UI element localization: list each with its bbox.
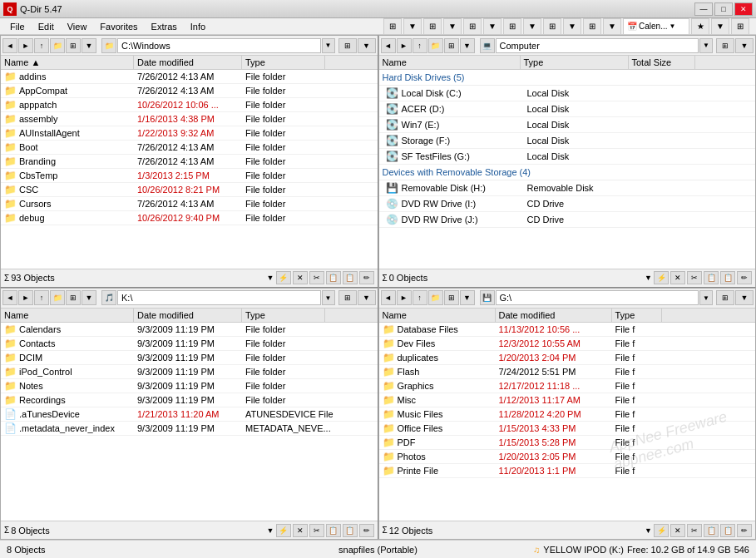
table-row[interactable]: 📁Music Files11/28/2012 4:20 PMFile f [379,407,756,422]
forward-btn-tl[interactable]: ► [18,38,33,53]
file-list-tr[interactable]: Name Type Total Size Hard Disk Drives (5… [379,56,756,269]
address-bar-br[interactable]: G:\ [496,290,699,305]
view-btn-tl[interactable]: ⊞ [66,38,81,53]
stat-btn-tl-3[interactable]: ✂ [309,271,324,284]
table-row[interactable]: 💽Storage (F:)Local Disk [379,133,756,149]
stat-btn-br-1[interactable]: ⚡ [654,524,669,537]
stat-btn-bl-3[interactable]: ✂ [309,524,324,537]
forward-btn-br[interactable]: ► [397,290,412,305]
addr-dd-br[interactable]: ▼ [699,290,713,305]
toolbar-btn-2[interactable]: ▼ [403,18,422,35]
folder-btn-bl[interactable]: 📁 [50,290,65,305]
stat-btn-bl-1[interactable]: ⚡ [276,524,291,537]
status-dd-br[interactable]: ▼ [645,526,652,535]
stat-btn-br-2[interactable]: ✕ [670,524,685,537]
back-btn-bl[interactable]: ◄ [2,290,17,305]
view-mode-dd-bl[interactable]: ▼ [358,290,376,305]
table-row[interactable]: 📁debug10/26/2012 9:40 PMFile folder [1,211,378,225]
col-date-bl[interactable]: Date modified [134,309,242,322]
toolbar-btn-4[interactable]: ▼ [443,18,462,35]
table-row[interactable]: 📁duplicates1/20/2013 2:04 PMFile f [379,351,756,365]
status-dd-tr[interactable]: ▼ [645,274,652,282]
stat-btn-tr-2[interactable]: ✕ [670,271,685,284]
stat-btn-tr-1[interactable]: ⚡ [654,271,669,284]
addr-dd-tl[interactable]: ▼ [322,38,335,53]
table-row[interactable]: 📁addins7/26/2012 4:13 AMFile folder [1,70,378,84]
table-row[interactable]: 📄.aTunesDevice1/21/2013 11:20 AMATUNESDE… [1,407,378,422]
menu-favorites[interactable]: Favorites [93,20,144,33]
table-row[interactable]: 💽Win7 (E:)Local Disk [379,117,756,133]
table-row[interactable]: 📁Cursors7/26/2012 4:13 AMFile folder [1,197,378,211]
view-btn-br[interactable]: ⊞ [444,290,459,305]
toolbar-btn-3[interactable]: ⊞ [423,18,442,35]
view-btn-bl[interactable]: ⊞ [66,290,81,305]
table-row[interactable]: 📁Boot7/26/2012 4:13 AMFile folder [1,141,378,155]
view-dd-tr[interactable]: ▼ [460,38,475,53]
status-dd-bl[interactable]: ▼ [267,526,274,535]
address-bar-bl[interactable]: K:\ [117,290,321,305]
table-row[interactable]: 📁Dev Files12/3/2012 10:55 AMFile f [379,337,756,351]
minimize-button[interactable]: — [694,2,713,16]
table-row[interactable]: 📁CSC10/26/2012 8:21 PMFile folder [1,183,378,197]
view-dd-tl[interactable]: ▼ [82,38,96,53]
addr-dd-bl[interactable]: ▼ [322,290,335,305]
table-row[interactable]: 💾Removable Disk (H:)Removable Disk [379,180,756,196]
stat-btn-bl-6[interactable]: ✏ [359,524,374,537]
toolbar-btn-11[interactable]: ⊞ [583,18,601,35]
col-date-tl[interactable]: Date modified [134,56,242,69]
table-row[interactable]: 💽ACER (D:)Local Disk [379,101,756,117]
table-row[interactable]: 💿DVD RW Drive (J:)CD Drive [379,212,756,228]
view-mode-tr[interactable]: ⊞ [716,38,734,53]
table-row[interactable]: 💽SF TestFiles (G:)Local Disk [379,149,756,165]
forward-btn-tr[interactable]: ► [397,38,412,53]
table-row[interactable]: 📁Calendars9/3/2009 11:19 PMFile folder [1,323,378,337]
table-row[interactable]: 📁Notes9/3/2009 11:19 PMFile folder [1,379,378,393]
table-row[interactable]: 📁Graphics12/17/2012 11:18 ...File f [379,379,756,393]
table-row[interactable]: 📁Database Files11/13/2012 10:56 ...File … [379,323,756,337]
forward-btn-bl[interactable]: ► [18,290,33,305]
up-btn-tl[interactable]: ↑ [34,38,49,53]
view-mode-dd-tl[interactable]: ▼ [358,38,376,53]
view-mode-bl[interactable]: ⊞ [338,290,357,305]
stat-btn-tl-2[interactable]: ✕ [293,271,308,284]
stat-btn-tr-4[interactable]: 📋 [704,271,719,284]
toolbar-btn-5[interactable]: ⊞ [463,18,482,35]
table-row[interactable]: 📁Printe File11/20/2013 1:1 PMFile f [379,464,756,478]
stat-btn-bl-5[interactable]: 📋 [343,524,358,537]
stat-btn-br-3[interactable]: ✂ [687,524,702,537]
folder-btn-tr[interactable]: 📁 [428,38,443,53]
file-list-bl[interactable]: Name Date modified Type 📁Calendars9/3/20… [1,309,378,521]
toolbar-btn-6[interactable]: ▼ [483,18,502,35]
table-row[interactable]: 📁Misc1/12/2013 11:17 AMFile f [379,393,756,407]
menu-file[interactable]: File [3,20,32,33]
up-btn-bl[interactable]: ↑ [34,290,49,305]
col-name-bl[interactable]: Name [1,309,134,322]
toolbar-btn-8[interactable]: ▼ [523,18,541,35]
stat-btn-tl-6[interactable]: ✏ [359,271,374,284]
col-type-bl[interactable]: Type [242,309,325,322]
close-button[interactable]: ✕ [734,2,753,16]
table-row[interactable]: 📁iPod_Control9/3/2009 11:19 PMFile folde… [1,365,378,379]
calendar-dropdown[interactable]: 📅 Calen... ▼ [623,18,689,35]
toolbar-btn-10[interactable]: ▼ [563,18,581,35]
maximize-button[interactable]: □ [714,2,733,16]
stat-btn-tl-1[interactable]: ⚡ [276,271,291,284]
view-mode-br[interactable]: ⊞ [716,290,734,305]
col-name-tr[interactable]: Name [379,56,521,69]
toolbar-extra-3[interactable]: ⊞ [731,18,749,35]
menu-edit[interactable]: Edit [32,20,61,33]
toolbar-extra-1[interactable]: ★ [691,18,709,35]
toolbar-btn-12[interactable]: ▼ [603,18,621,35]
col-type-br[interactable]: Type [612,309,662,322]
view-mode-dd-tr[interactable]: ▼ [735,38,754,53]
col-type-tr[interactable]: Type [521,56,629,69]
view-mode-dd-br[interactable]: ▼ [735,290,754,305]
stat-btn-tr-5[interactable]: 📋 [720,271,735,284]
toolbar-btn-1[interactable]: ⊞ [383,18,402,35]
table-row[interactable]: 📁AppCompat7/26/2012 4:13 AMFile folder [1,84,378,98]
menu-view[interactable]: View [61,20,94,33]
address-bar-tl[interactable]: C:\Windows [117,38,321,53]
table-row[interactable]: 💿DVD RW Drive (I:)CD Drive [379,196,756,212]
view-btn-tr[interactable]: ⊞ [444,38,459,53]
back-btn-tl[interactable]: ◄ [2,38,17,53]
